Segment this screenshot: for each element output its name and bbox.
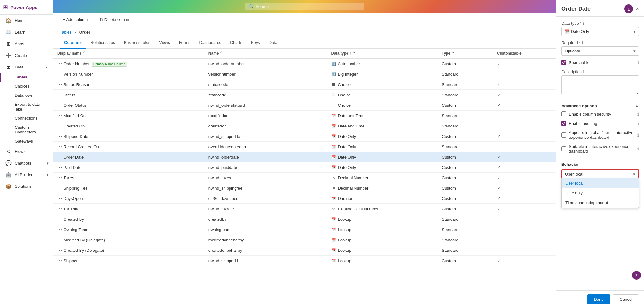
table-row[interactable]: ··· DaysOpen cr78c_daysopen 📅 Duration C… bbox=[53, 193, 556, 204]
table-row[interactable]: ··· Taxes nwind_taxes ✕ Decimal Number C… bbox=[53, 173, 556, 183]
required-dropdown[interactable]: Optional ▾ bbox=[561, 46, 639, 56]
tab-forms[interactable]: Forms bbox=[175, 37, 195, 49]
searchable-checkbox[interactable] bbox=[561, 60, 566, 65]
table-row[interactable]: ··· Version Number versionnumber 🔢 Big I… bbox=[53, 69, 556, 79]
tab-relationships[interactable]: Relationships bbox=[86, 37, 119, 49]
table-row[interactable]: ··· Tax Rate nwind_taxrate ☆ Floating Po… bbox=[53, 204, 556, 214]
breadcrumb-tables-link[interactable]: Tables bbox=[60, 30, 72, 35]
tab-charts[interactable]: Charts bbox=[226, 37, 247, 49]
required-info-icon[interactable]: ℹ bbox=[582, 41, 583, 45]
row-more-icon[interactable]: ··· bbox=[57, 206, 62, 211]
tab-views[interactable]: Views bbox=[155, 37, 174, 49]
table-row[interactable]: ··· Shipped Date nwind_shippeddate 📅 Dat… bbox=[53, 131, 556, 142]
data-type-info-icon[interactable]: ℹ bbox=[583, 21, 584, 26]
search-input[interactable] bbox=[256, 4, 350, 9]
table-row[interactable]: ··· Created By createdby 📅 Lookup Standa… bbox=[53, 214, 556, 224]
row-more-icon[interactable]: ··· bbox=[57, 61, 62, 66]
global-filter-info-button[interactable]: ℹ bbox=[637, 133, 639, 138]
table-row[interactable]: ··· Status Reason statuscode ☰ Choice St… bbox=[53, 79, 556, 90]
data-type-dropdown[interactable]: 📅 Date Only ▾ bbox=[561, 27, 639, 36]
table-row[interactable]: ··· Paid Date nwind_paiddate 📅 Date Only… bbox=[53, 162, 556, 173]
behavior-option-timezone[interactable]: Time zone independent bbox=[562, 198, 639, 208]
row-more-icon[interactable]: ··· bbox=[57, 102, 62, 108]
col-header-datatype[interactable]: Data type ↑ ⌃ bbox=[327, 49, 438, 58]
row-more-icon[interactable]: ··· bbox=[57, 216, 62, 222]
sidebar-item-chatbots[interactable]: 💬 Chatbots ▾ bbox=[0, 157, 53, 169]
row-more-icon[interactable]: ··· bbox=[57, 92, 62, 97]
row-more-icon[interactable]: ··· bbox=[57, 185, 62, 191]
tab-columns[interactable]: Columns bbox=[60, 37, 86, 49]
add-column-button[interactable]: + Add column bbox=[60, 16, 91, 24]
cancel-button[interactable]: Cancel bbox=[613, 294, 639, 304]
row-more-icon[interactable]: ··· bbox=[57, 165, 62, 170]
row-more-icon[interactable]: ··· bbox=[57, 175, 62, 180]
table-row[interactable]: ··· Shipping Fee nwind_shippingfee ✕ Dec… bbox=[53, 183, 556, 193]
sidebar-item-solutions[interactable]: 📦 Solutions bbox=[0, 181, 53, 192]
behavior-option-dateonly[interactable]: Date only bbox=[562, 188, 639, 198]
row-more-icon[interactable]: ··· bbox=[57, 258, 62, 263]
sidebar-item-data[interactable]: 🗄 Data ▲ bbox=[0, 61, 53, 73]
done-button[interactable]: Done bbox=[587, 294, 610, 304]
row-more-icon[interactable]: ··· bbox=[57, 144, 62, 149]
sidebar-sub-item-connections[interactable]: Connections bbox=[0, 114, 53, 123]
sidebar-item-flows[interactable]: ↻ Flows bbox=[0, 146, 53, 157]
auditing-checkbox[interactable] bbox=[561, 121, 566, 126]
sidebar-sub-item-tables[interactable]: Tables bbox=[0, 73, 53, 82]
cell-name: modifiedonbehalfby bbox=[205, 235, 328, 245]
table-row[interactable]: ··· Record Created On overriddencreatedo… bbox=[53, 142, 556, 152]
auditing-info-button[interactable]: ℹ bbox=[637, 121, 639, 126]
behavior-dropdown[interactable]: User local ▾ bbox=[562, 170, 638, 178]
tab-business-rules[interactable]: Business rules bbox=[119, 37, 155, 49]
tab-keys[interactable]: Keys bbox=[247, 37, 264, 49]
delete-column-button[interactable]: 🗑 Delete column bbox=[96, 16, 134, 24]
row-more-icon[interactable]: ··· bbox=[57, 113, 62, 118]
advanced-options-title[interactable]: Advanced options ▲ bbox=[561, 104, 639, 108]
global-filter-checkbox[interactable] bbox=[561, 132, 566, 138]
desc-info-icon[interactable]: ℹ bbox=[583, 69, 585, 74]
row-more-icon[interactable]: ··· bbox=[57, 154, 62, 159]
column-security-checkbox[interactable] bbox=[561, 111, 566, 116]
sortable-checkbox[interactable] bbox=[561, 146, 566, 151]
table-row[interactable]: ··· Shipper nwind_shipperid 📅 Lookup Cus… bbox=[53, 256, 556, 266]
table-row[interactable]: ··· Order Date nwind_orderdate 📅 Date On… bbox=[53, 152, 556, 162]
sidebar-item-learn[interactable]: 📖 Learn bbox=[0, 26, 53, 38]
table-row[interactable]: ··· Owning Team owningteam 📅 Lookup Stan… bbox=[53, 224, 556, 235]
sidebar-nav: 🏠 Home 📖 Learn ⊞ Apps ➕ Create 🗄 Data ▲ … bbox=[0, 15, 53, 308]
sidebar-item-ai[interactable]: 🤖 AI Builder ▾ bbox=[0, 169, 53, 181]
table-row[interactable]: ··· Order NumberPrimary Name Column nwin… bbox=[53, 58, 556, 69]
panel-close-button[interactable]: × bbox=[636, 6, 639, 12]
sidebar-item-create[interactable]: ➕ Create bbox=[0, 50, 53, 61]
row-more-icon[interactable]: ··· bbox=[57, 71, 62, 77]
column-security-info-button[interactable]: ℹ bbox=[637, 112, 639, 116]
sidebar-sub-item-dataflows[interactable]: Dataflows bbox=[0, 91, 53, 100]
tab-dashboards[interactable]: Dashboards bbox=[195, 37, 226, 49]
sortable-info-button[interactable]: ℹ bbox=[637, 147, 639, 151]
behavior-option-userlocal[interactable]: User local bbox=[562, 178, 639, 188]
col-header-display[interactable]: Display name ⌃ bbox=[53, 49, 205, 58]
sidebar-sub-item-choices[interactable]: Choices bbox=[0, 82, 53, 91]
row-more-icon[interactable]: ··· bbox=[57, 82, 62, 87]
sidebar-sub-item-gateways[interactable]: Gateways bbox=[0, 137, 53, 146]
table-row[interactable]: ··· Modified On modifiedon 📅 Date and Ti… bbox=[53, 111, 556, 121]
sidebar-sub-item-connectors[interactable]: Custom Connectors bbox=[0, 123, 53, 137]
row-more-icon[interactable]: ··· bbox=[57, 227, 62, 232]
table-row[interactable]: ··· Modified By (Delegate) modifiedonbeh… bbox=[53, 235, 556, 245]
table-row[interactable]: ··· Created By (Delegate) createdonbehal… bbox=[53, 245, 556, 256]
row-more-icon[interactable]: ··· bbox=[57, 123, 62, 128]
sidebar-item-home[interactable]: 🏠 Home bbox=[0, 15, 53, 26]
row-more-icon[interactable]: ··· bbox=[57, 247, 62, 253]
table-row[interactable]: ··· Status statecode ☰ Choice Standard ✓ bbox=[53, 90, 556, 100]
search-bar[interactable]: 🔍 bbox=[245, 3, 364, 10]
col-header-type[interactable]: Type ⌃ bbox=[438, 49, 493, 58]
description-textarea[interactable] bbox=[561, 75, 639, 94]
row-more-icon[interactable]: ··· bbox=[57, 196, 62, 201]
table-row[interactable]: ··· Order Status nwind_orderstatusid ☰ C… bbox=[53, 100, 556, 111]
sidebar-item-apps[interactable]: ⊞ Apps bbox=[0, 38, 53, 50]
row-more-icon[interactable]: ··· bbox=[57, 133, 62, 139]
col-header-name[interactable]: Name ⌃ bbox=[205, 49, 328, 58]
searchable-info-button[interactable]: ℹ bbox=[637, 60, 639, 65]
sidebar-sub-item-export[interactable]: Export to data lake bbox=[0, 100, 53, 114]
table-row[interactable]: ··· Created On createdon 📅 Date and Time… bbox=[53, 121, 556, 131]
tab-data[interactable]: Data bbox=[264, 37, 282, 49]
row-more-icon[interactable]: ··· bbox=[57, 237, 62, 242]
